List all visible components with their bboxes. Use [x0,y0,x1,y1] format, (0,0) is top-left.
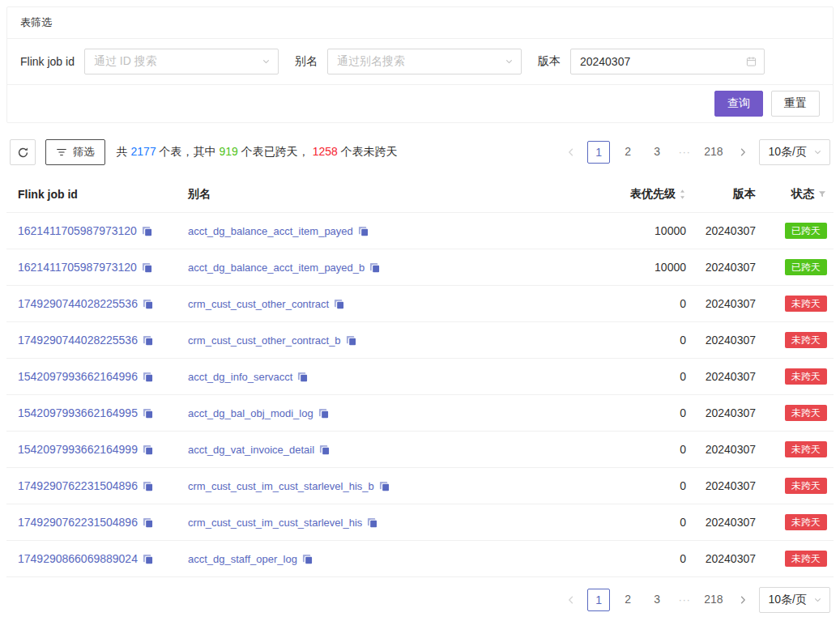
copy-icon[interactable] [334,299,344,309]
sort-icon[interactable] [679,189,686,200]
chevron-down-icon [813,148,822,157]
page-size-select[interactable]: 10条/页 [759,139,830,165]
job-id-link[interactable]: 1542097993662164995 [18,406,138,419]
col-header-status-label: 状态 [791,187,814,202]
job-id-link[interactable]: 1542097993662164996 [18,370,138,383]
page-button-3[interactable]: 3 [646,141,668,164]
alias-link[interactable]: acct_dg_info_servacct [188,371,292,383]
job-id-link[interactable]: 1749290762231504896 [18,516,138,529]
alias-link[interactable]: acct_dg_balance_acct_item_payed [188,225,353,237]
priority-cell: 0 [595,321,693,358]
next-page-button[interactable] [733,589,753,611]
page-ellipsis[interactable]: ··· [675,594,694,606]
version-cell: 20240307 [693,394,759,431]
alias-link[interactable]: acct_dg_vat_invoice_detail [188,444,314,456]
page-button-2[interactable]: 2 [616,141,639,164]
prev-page-button[interactable] [561,589,581,611]
copy-icon[interactable] [142,226,152,236]
copy-icon[interactable] [143,517,153,528]
summary-mid1: 个表，其中 [156,145,220,158]
alias-link[interactable]: crm_cust_cust_other_contract_b [188,334,341,347]
query-button[interactable]: 查询 [714,91,763,117]
status-badge: 未跨天 [785,478,827,494]
copy-icon[interactable] [143,481,153,491]
col-header-version: 版本 [693,177,759,212]
version-cell: 20240307 [693,321,759,358]
alias-link[interactable]: acct_dg_bal_obj_modi_log [188,407,313,419]
version-cell: 20240307 [693,431,759,467]
col-header-status: 状态 [759,177,834,212]
copy-icon[interactable] [369,262,380,273]
job-id-link[interactable]: 1749290744028225536 [18,334,138,347]
alias-link[interactable]: crm_cust_cust_im_cust_starlevel_his [188,517,362,529]
priority-cell: 0 [595,540,693,576]
summary-uncrossed-count: 1258 [313,145,338,158]
job-id-link[interactable]: 1621411705987973120 [18,224,137,237]
column-filter-funnel-icon[interactable] [817,189,827,199]
version-cell: 20240307 [693,358,759,394]
status-badge: 已跨天 [785,223,827,239]
copy-icon[interactable] [142,262,152,273]
page-size-value: 10条/页 [769,145,807,160]
copy-icon[interactable] [143,372,153,382]
refresh-button[interactable] [10,139,36,165]
copy-icon[interactable] [358,226,369,236]
prev-page-button[interactable] [561,141,581,164]
copy-icon[interactable] [302,554,313,564]
page-button-last[interactable]: 218 [701,141,726,164]
page-button-1[interactable]: 1 [587,589,610,611]
version-cell: 20240307 [693,540,759,576]
filter-button[interactable]: 筛选 [45,139,105,165]
alias-link[interactable]: crm_cust_cust_other_contract [188,298,329,310]
copy-icon[interactable] [143,299,153,309]
copy-icon[interactable] [319,444,330,455]
page-size-value: 10条/页 [769,593,807,607]
copy-icon[interactable] [143,408,153,419]
job-id-link[interactable]: 1542097993662164999 [18,443,138,456]
job-id-link[interactable]: 1749290744028225536 [18,297,138,310]
col-header-flink-job-id: Flink job id [6,177,177,212]
job-id-link[interactable]: 1749290866069889024 [18,552,138,565]
status-badge: 未跨天 [785,332,827,348]
copy-icon[interactable] [297,372,308,382]
copy-icon[interactable] [318,408,329,419]
page-button-3[interactable]: 3 [646,589,668,611]
calendar-icon [746,57,757,67]
copy-icon[interactable] [143,335,153,346]
next-page-button[interactable] [733,141,753,164]
job-id-select[interactable]: 通过 ID 搜索 [84,49,279,74]
version-cell: 20240307 [693,467,759,504]
filter-card-title: 表筛选 [7,7,833,39]
summary-mid2: 个表已跨天， [238,145,313,158]
copy-icon[interactable] [346,335,356,346]
table-row: 1749290744028225536 crm_cust_cust_other_… [6,285,834,321]
filter-card: 表筛选 Flink job id 通过 ID 搜索 别名 通过别名搜索 版本 2… [6,6,834,123]
page-button-2[interactable]: 2 [616,589,639,611]
version-date-input[interactable]: 20240307 [570,49,765,74]
page-ellipsis[interactable]: ··· [675,147,694,158]
table-row: 1542097993662164995 acct_dg_bal_obj_modi… [6,394,834,431]
copy-icon[interactable] [143,444,153,455]
summary-prefix: 共 [117,145,131,158]
alias-select[interactable]: 通过别名搜索 [327,49,522,74]
alias-placeholder: 通过别名搜索 [337,54,405,69]
table-row: 1542097993662164999 acct_dg_vat_invoice_… [6,431,834,467]
priority-cell: 0 [595,431,693,467]
top-pagination: 1 2 3 ··· 218 10条/页 [561,139,830,165]
bottom-pagination: 1 2 3 ··· 218 10条/页 [0,587,830,613]
alias-link[interactable]: crm_cust_cust_im_cust_starlevel_his_b [188,480,374,492]
page-button-1[interactable]: 1 [587,141,610,164]
page-size-select[interactable]: 10条/页 [759,587,830,613]
copy-icon[interactable] [367,517,377,528]
tables-table: Flink job id 别名 表优先级 版本 状态 [6,177,834,577]
alias-link[interactable]: acct_dg_balance_acct_item_payed_b [188,262,365,274]
priority-cell: 0 [595,467,693,504]
reset-button[interactable]: 重置 [771,91,820,117]
priority-cell: 10000 [595,249,693,285]
job-id-link[interactable]: 1621411705987973120 [18,261,137,274]
alias-link[interactable]: acct_dg_staff_oper_log [188,553,297,565]
copy-icon[interactable] [379,481,390,491]
page-button-last[interactable]: 218 [701,589,726,611]
job-id-link[interactable]: 1749290762231504896 [18,479,138,492]
copy-icon[interactable] [143,554,153,564]
